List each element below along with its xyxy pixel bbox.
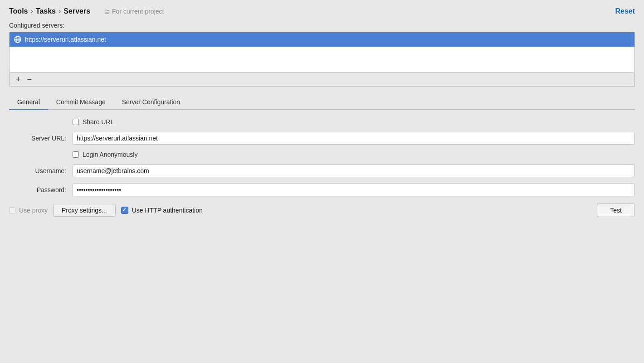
use-http-auth-checkbox[interactable] bbox=[121, 207, 128, 214]
breadcrumb-tools: Tools bbox=[9, 7, 28, 15]
login-anon-label[interactable]: Login Anonymously bbox=[83, 151, 137, 158]
username-input[interactable] bbox=[73, 165, 635, 177]
breadcrumb-sep2: › bbox=[59, 7, 61, 15]
bottom-row: Use proxy Proxy settings... Use HTTP aut… bbox=[9, 203, 635, 217]
proxy-settings-button[interactable]: Proxy settings... bbox=[53, 204, 116, 217]
breadcrumb-servers: Servers bbox=[63, 7, 90, 15]
password-input[interactable] bbox=[73, 184, 635, 196]
use-proxy-row: Use proxy bbox=[9, 207, 48, 214]
login-anon-row: Login Anonymously bbox=[73, 151, 635, 158]
server-list-empty bbox=[10, 47, 634, 65]
share-url-row: Share URL bbox=[73, 118, 635, 126]
tab-content-general: Share URL Server URL: Login Anonymously … bbox=[9, 110, 635, 217]
use-proxy-checkbox[interactable] bbox=[9, 207, 15, 213]
breadcrumb-tasks: Tasks bbox=[36, 7, 56, 15]
list-toolbar: + − bbox=[9, 73, 635, 87]
tab-server-configuration[interactable]: Server Configuration bbox=[114, 95, 188, 109]
share-url-checkbox[interactable] bbox=[73, 119, 79, 125]
breadcrumb-subtitle: 🗂 For current project bbox=[104, 8, 164, 15]
server-url-row: Server URL: bbox=[9, 132, 635, 145]
project-icon: 🗂 bbox=[104, 8, 110, 15]
login-anon-checkbox[interactable] bbox=[73, 151, 79, 158]
server-url-list-item: https://serverurl.atlassian.net bbox=[25, 36, 106, 43]
globe-icon bbox=[14, 36, 21, 43]
use-http-auth-label: Use HTTP authentication bbox=[132, 207, 203, 214]
password-label: Password: bbox=[9, 186, 73, 194]
test-button[interactable]: Test bbox=[597, 203, 635, 217]
username-label: Username: bbox=[9, 167, 73, 174]
share-url-label[interactable]: Share URL bbox=[83, 118, 114, 126]
reset-button[interactable]: Reset bbox=[615, 7, 635, 15]
use-proxy-label: Use proxy bbox=[19, 207, 48, 214]
breadcrumb-sep1: › bbox=[30, 7, 33, 15]
test-btn-row: Test bbox=[597, 203, 635, 217]
username-row: Username: bbox=[9, 165, 635, 177]
tab-commit-message[interactable]: Commit Message bbox=[48, 95, 114, 109]
tab-general[interactable]: General bbox=[9, 95, 48, 109]
configured-servers-label: Configured servers: bbox=[9, 22, 635, 29]
server-url-label: Server URL: bbox=[9, 135, 73, 142]
remove-server-button[interactable]: − bbox=[24, 74, 35, 84]
server-list-item[interactable]: https://serverurl.atlassian.net bbox=[10, 32, 634, 47]
tabs: General Commit Message Server Configurat… bbox=[9, 95, 635, 110]
http-auth-row: Use HTTP authentication bbox=[121, 207, 203, 214]
server-url-input[interactable] bbox=[73, 132, 635, 145]
add-server-button[interactable]: + bbox=[13, 74, 24, 84]
password-row: Password: bbox=[9, 184, 635, 196]
server-list: https://serverurl.atlassian.net bbox=[9, 32, 635, 73]
